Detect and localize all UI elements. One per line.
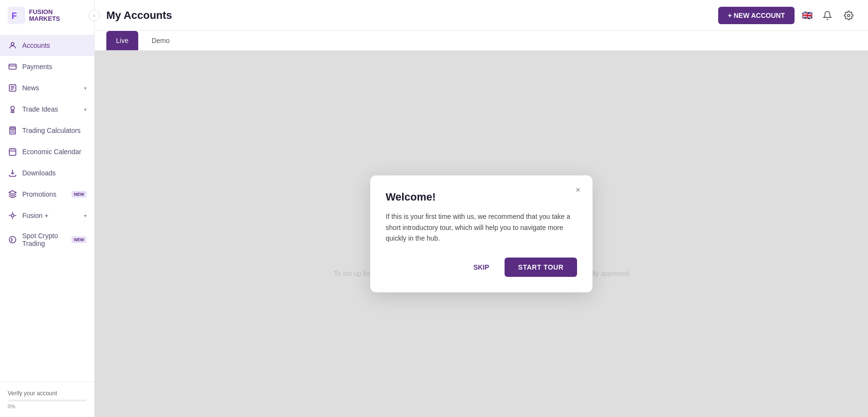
promotions-new-badge: NEW — [72, 191, 87, 198]
tabs-bar: Live Demo — [95, 31, 868, 51]
modal-overlay: × Welcome! If this is your first time wi… — [95, 51, 868, 417]
modal-close-button[interactable]: × — [571, 183, 585, 197]
logo: F FUSION MARKETS — [0, 0, 94, 31]
sidebar-item-label-downloads: Downloads — [22, 169, 87, 177]
svg-point-26 — [848, 14, 850, 16]
header-actions: + NEW ACCOUNT 🇬🇧 — [718, 7, 856, 24]
flag-icon[interactable]: 🇬🇧 — [800, 11, 814, 20]
svg-rect-19 — [9, 149, 16, 156]
sidebar-item-label-payments: Payments — [22, 63, 87, 71]
payments-icon — [8, 62, 17, 72]
modal-body: If this is your first time with us, we r… — [386, 211, 577, 244]
sidebar-item-economic-calendar[interactable]: Economic Calendar — [0, 141, 94, 162]
logo-text-top: FUSION — [29, 9, 60, 15]
sidebar-item-promotions[interactable]: Promotions NEW — [0, 184, 94, 205]
sidebar-item-label-trade-ideas: Trade Ideas — [22, 105, 79, 113]
fusion-plus-icon — [8, 211, 17, 220]
start-tour-button[interactable]: START TOUR — [505, 258, 577, 277]
accounts-icon — [8, 41, 17, 50]
svg-point-9 — [11, 106, 14, 110]
sidebar-item-label-economic-calendar: Economic Calendar — [22, 148, 87, 156]
svg-rect-3 — [9, 64, 16, 70]
sidebar-item-label-trading-calculators: Trading Calculators — [22, 127, 87, 134]
news-chevron-icon: ▾ — [84, 86, 87, 91]
main-content: My Accounts + NEW ACCOUNT 🇬🇧 Live Demo — [95, 0, 868, 417]
sidebar-item-payments[interactable]: Payments — [0, 56, 94, 77]
logo-text-bottom: MARKETS — [29, 15, 60, 22]
sidebar-item-downloads[interactable]: Downloads — [0, 162, 94, 184]
sidebar-item-label-news: News — [22, 84, 79, 92]
svg-point-2 — [11, 43, 14, 45]
sidebar-item-trade-ideas[interactable]: Trade Ideas ▾ — [0, 99, 94, 120]
modal-title: Welcome! — [386, 191, 577, 203]
modal-actions: SKIP START TOUR — [386, 258, 577, 277]
svg-point-24 — [9, 236, 16, 243]
sidebar-item-accounts[interactable]: Accounts — [0, 35, 94, 56]
promotions-icon — [8, 189, 17, 199]
svg-text:₿: ₿ — [11, 238, 13, 242]
logo-icon: F — [8, 7, 25, 24]
skip-button[interactable]: SKIP — [465, 259, 497, 276]
tab-demo[interactable]: Demo — [142, 31, 179, 50]
page-title: My Accounts — [106, 9, 172, 22]
fusion-plus-chevron-icon: ▾ — [84, 213, 87, 218]
sidebar-collapse-button[interactable]: ‹ — [88, 10, 100, 21]
economic-calendar-icon — [8, 147, 17, 157]
sidebar-item-label-accounts: Accounts — [22, 42, 87, 49]
sidebar: F FUSION MARKETS ‹ Accounts Payments — [0, 0, 95, 417]
sidebar-item-news[interactable]: News ▾ — [0, 77, 94, 99]
svg-text:F: F — [12, 11, 17, 21]
progress-pct: 0% — [8, 403, 87, 409]
notification-bell-icon[interactable] — [820, 8, 835, 23]
sidebar-footer: Verify your account 0% — [0, 382, 94, 417]
new-account-button[interactable]: + NEW ACCOUNT — [718, 7, 795, 24]
trade-ideas-icon — [8, 104, 17, 114]
sidebar-item-label-fusion-plus: Fusion + — [22, 212, 79, 219]
tab-live[interactable]: Live — [106, 31, 138, 50]
trading-calculators-icon — [8, 126, 17, 135]
sidebar-nav: Accounts Payments News ▾ Trade Ideas ▾ — [0, 31, 94, 382]
header: My Accounts + NEW ACCOUNT 🇬🇧 — [95, 0, 868, 31]
settings-icon[interactable] — [841, 8, 856, 23]
sidebar-item-trading-calculators[interactable]: Trading Calculators — [0, 120, 94, 141]
news-icon — [8, 83, 17, 93]
verify-label: Verify your account — [8, 390, 87, 397]
sidebar-item-label-promotions: Promotions — [22, 190, 67, 198]
svg-point-23 — [11, 214, 14, 217]
sidebar-item-fusion-plus[interactable]: Fusion + ▾ — [0, 205, 94, 226]
progress-bar — [8, 400, 87, 402]
svg-rect-12 — [11, 128, 14, 129]
content-area: To set up live accounts, please complete… — [95, 51, 868, 417]
downloads-icon — [8, 168, 17, 178]
spot-crypto-new-badge: NEW — [72, 236, 87, 243]
sidebar-item-label-spot-crypto: Spot Crypto Trading — [22, 232, 67, 247]
trade-ideas-chevron-icon: ▾ — [84, 107, 87, 112]
spot-crypto-icon: ₿ — [8, 235, 17, 244]
welcome-modal: × Welcome! If this is your first time wi… — [370, 175, 593, 292]
sidebar-item-spot-crypto[interactable]: ₿ Spot Crypto Trading NEW — [0, 226, 94, 253]
